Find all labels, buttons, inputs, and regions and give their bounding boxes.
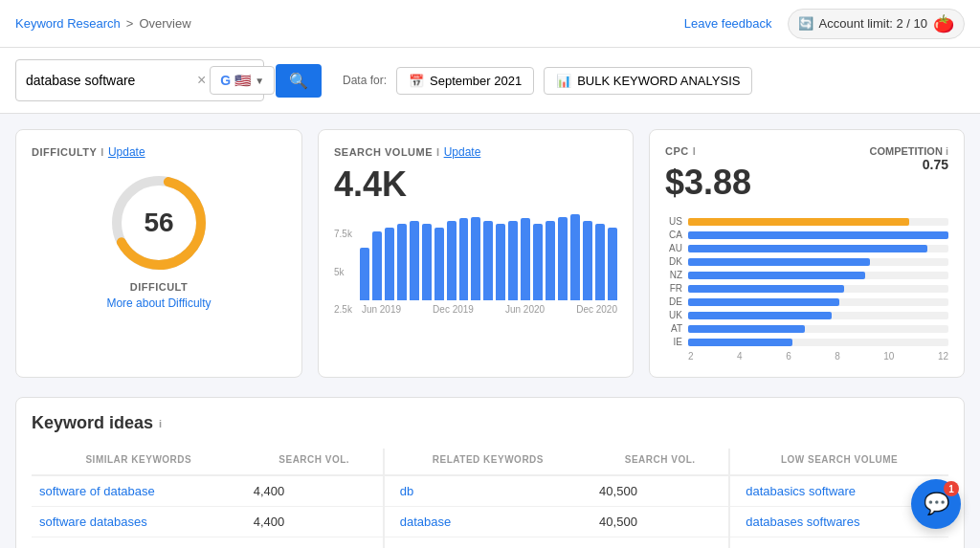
chart-bar — [422, 224, 432, 300]
country-code: US — [665, 216, 682, 227]
keyword-ideas-table: SIMILAR KEYWORDS SEARCH VOL. RELATED KEY… — [32, 449, 948, 548]
table-row: software for database 4,400 what is a da… — [32, 537, 948, 549]
y-axis: 7.5k 5k 2.5k — [334, 229, 352, 315]
chat-button[interactable]: 💬 1 — [911, 479, 961, 529]
difficulty-label: DIFFICULTY i Update — [32, 145, 286, 159]
search-button[interactable]: 🔍 — [276, 64, 322, 98]
country-row: CA — [665, 230, 948, 240]
similar-vol: 4,400 — [246, 507, 384, 537]
date-button-label: September 2021 — [430, 74, 522, 88]
country-bar-fill — [688, 272, 865, 279]
volume-label: SEARCH VOLUME i Update — [334, 145, 617, 159]
country-bar-fill — [688, 231, 948, 239]
tomato-icon: 🍅 — [933, 13, 954, 34]
chart-bar — [521, 218, 530, 300]
chart-bar — [397, 224, 407, 300]
search-input[interactable] — [26, 73, 193, 88]
top-right: Leave feedback 🔄 Account limit: 2 / 10 🍅 — [684, 9, 965, 39]
more-about-difficulty-link[interactable]: More about Difficulty — [106, 296, 211, 310]
difficulty-info-icon[interactable]: i — [100, 146, 104, 158]
search-volume-card: SEARCH VOLUME i Update 4.4K 7.5k 5k 2.5k… — [318, 129, 634, 378]
country-bar-fill — [688, 312, 832, 319]
col-search-vol-2: SEARCH VOL. — [591, 449, 729, 475]
difficulty-card: DIFFICULTY i Update 56 DIFFICULT More ab… — [15, 129, 302, 378]
chart-bar — [533, 224, 543, 300]
low-vol-keyword-link[interactable]: databasics software — [746, 484, 856, 498]
difficulty-text: DIFFICULT — [130, 281, 189, 293]
country-bar-bg — [688, 339, 948, 346]
country-row: UK — [665, 310, 948, 320]
breadcrumb-parent[interactable]: Keyword Research — [15, 16, 121, 31]
cpc-x-2: 4 — [737, 351, 743, 362]
cpc-info-icon[interactable]: i — [693, 145, 697, 157]
x-label-3: Jun 2020 — [505, 304, 545, 315]
keyword-ideas-table-wrap: SIMILAR KEYWORDS SEARCH VOL. RELATED KEY… — [32, 449, 948, 548]
search-icon: 🔍 — [289, 73, 308, 89]
country-bar-fill — [688, 285, 844, 293]
cpc-x-6: 12 — [938, 351, 948, 362]
country-code: AU — [665, 243, 682, 253]
chart-bar — [459, 218, 469, 300]
chart-bar — [447, 221, 457, 300]
bulk-button-label: BULK KEYWORD ANALYSIS — [577, 74, 740, 88]
breadcrumb-current: Overview — [139, 16, 190, 31]
competition-info-icon[interactable]: i — [946, 145, 948, 157]
volume-value: 4.4K — [334, 164, 617, 205]
bar-chart-wrap: Jun 2019 Dec 2019 Jun 2020 Dec 2020 — [360, 214, 617, 315]
similar-vol: 4,400 — [246, 537, 384, 549]
volume-update-link[interactable]: Update — [444, 145, 481, 159]
country-code: DK — [665, 256, 682, 267]
country-bar-bg — [688, 325, 948, 333]
cpc-x-4: 8 — [835, 351, 840, 362]
y-label-2: 5k — [334, 267, 352, 277]
chart-bar — [385, 228, 394, 300]
cpc-card: CPC i $3.88 COMPETITION i 0.75 USCAAUDKN… — [649, 129, 965, 378]
country-bar-fill — [688, 298, 839, 306]
table-row: software of database 4,400 db 40,500 dat… — [32, 475, 948, 507]
cpc-left: CPC i $3.88 — [665, 145, 751, 208]
competition-value: 0.75 — [869, 157, 948, 172]
country-bar-fill — [688, 339, 792, 346]
difficulty-score: 56 — [144, 208, 173, 238]
chart-icon: 📊 — [556, 74, 571, 88]
country-bar-bg — [688, 272, 948, 279]
donut-wrap: 56 DIFFICULT More about Difficulty — [32, 170, 286, 310]
clear-button[interactable]: × — [193, 72, 210, 89]
country-code: CA — [665, 230, 682, 240]
x-label-1: Jun 2019 — [362, 304, 401, 315]
volume-info-icon[interactable]: i — [436, 146, 440, 158]
feedback-link[interactable]: Leave feedback — [684, 16, 772, 31]
chart-bar — [595, 224, 605, 300]
cpc-value: $3.88 — [665, 163, 751, 203]
cpc-header: CPC i $3.88 COMPETITION i 0.75 — [665, 145, 948, 208]
low-vol-keyword-link[interactable]: databases softwares — [746, 515, 859, 529]
cpc-x-axis: 2 4 6 8 10 12 — [665, 351, 948, 362]
chart-bar — [372, 231, 382, 300]
country-bar-fill — [688, 258, 870, 266]
country-code: DE — [665, 296, 682, 307]
related-vol: 9,900 — [591, 537, 729, 549]
date-button[interactable]: 📅 September 2021 — [396, 67, 534, 95]
cpc-label: CPC i — [665, 145, 751, 157]
country-bar-bg — [688, 285, 948, 293]
related-keyword-link[interactable]: db — [400, 484, 413, 498]
top-bar: Keyword Research > Overview Leave feedba… — [0, 0, 980, 48]
difficulty-update-link[interactable]: Update — [108, 145, 145, 159]
bulk-keyword-button[interactable]: 📊 BULK KEYWORD ANALYSIS — [544, 67, 752, 95]
related-keyword-link[interactable]: database — [400, 515, 452, 529]
country-row: DK — [665, 256, 948, 267]
country-bar-bg — [688, 245, 948, 252]
country-row: DE — [665, 296, 948, 307]
main-content: DIFFICULTY i Update 56 DIFFICULT More ab… — [0, 114, 980, 548]
similar-keyword-link[interactable]: software of database — [39, 484, 155, 498]
google-flag-selector[interactable]: G 🇺🇸 ▼ — [210, 66, 275, 95]
keyword-ideas-info-icon[interactable]: i — [159, 418, 162, 429]
country-row: IE — [665, 337, 948, 347]
country-bar-bg — [688, 218, 948, 226]
google-logo: G — [220, 73, 231, 88]
chart-bar — [483, 221, 493, 300]
similar-keyword-link[interactable]: software databases — [39, 515, 147, 529]
country-row: AU — [665, 243, 948, 253]
competition-label: COMPETITION i — [869, 145, 948, 157]
x-label-4: Dec 2020 — [576, 304, 617, 315]
